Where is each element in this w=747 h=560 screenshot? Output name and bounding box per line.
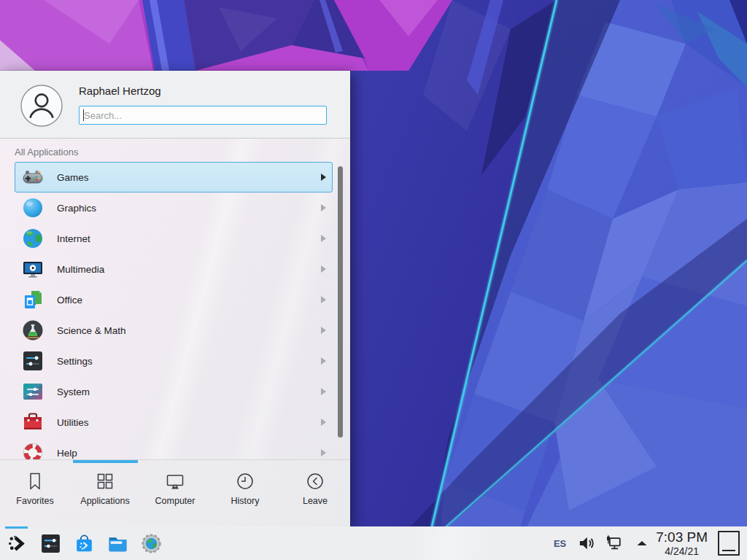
launcher-tab-bar: FavoritesApplicationsComputerHistoryLeav…	[0, 459, 350, 526]
leave-icon	[305, 471, 325, 491]
launcher-header: Raphael Hertzog	[0, 71, 350, 139]
computer-monitor-icon	[165, 471, 185, 491]
clock-date: 4/24/21	[656, 546, 708, 556]
category-graphics[interactable]: Graphics	[15, 192, 333, 223]
chevron-right-icon	[320, 418, 327, 427]
tab-computer[interactable]: Computer	[140, 460, 210, 526]
games-icon	[21, 166, 44, 189]
category-label: Games	[57, 172, 320, 183]
tab-label: Leave	[303, 496, 328, 506]
chevron-right-icon	[320, 387, 327, 396]
science-icon	[21, 319, 44, 342]
category-label: Utilities	[57, 417, 320, 428]
volume-icon[interactable]	[577, 534, 596, 553]
category-science-math[interactable]: Science & Math	[15, 315, 333, 346]
category-label: Office	[57, 295, 320, 306]
favorites-bookmark-icon	[25, 471, 45, 491]
category-label: Help	[57, 448, 320, 459]
application-launcher-menu: Raphael Hertzog All Applications GamesGr…	[0, 71, 350, 526]
chevron-right-icon	[320, 357, 327, 365]
tab-label: History	[231, 496, 260, 506]
text-caret	[83, 109, 84, 121]
category-label: Multimedia	[57, 264, 320, 275]
system-settings-button[interactable]	[38, 526, 63, 560]
network-icon[interactable]	[605, 534, 624, 553]
system-icon	[21, 380, 44, 403]
tab-favorites[interactable]: Favorites	[0, 460, 70, 526]
category-label: Science & Math	[57, 325, 320, 336]
tab-label: Applications	[80, 496, 129, 506]
category-help[interactable]: Help	[15, 438, 333, 459]
graphics-icon	[21, 196, 44, 219]
category-label: System	[57, 386, 320, 397]
chevron-right-icon	[320, 295, 327, 304]
category-multimedia[interactable]: Multimedia	[15, 254, 333, 284]
category-label: Graphics	[57, 203, 320, 214]
utilities-icon	[21, 411, 44, 434]
help-icon	[21, 441, 44, 459]
category-system[interactable]: System	[15, 376, 333, 407]
discover-icon	[73, 532, 96, 555]
chevron-right-icon	[320, 326, 327, 335]
chevron-right-icon	[320, 448, 327, 457]
browser-globe-icon	[140, 532, 163, 555]
search-input[interactable]	[79, 106, 327, 125]
category-utilities[interactable]: Utilities	[15, 407, 333, 438]
tab-label: Computer	[155, 496, 196, 506]
keyboard-layout-badge[interactable]: ES	[554, 538, 566, 549]
clock-time: 7:03 PM	[656, 530, 708, 544]
app-launcher-icon	[6, 532, 28, 555]
section-label: All Applications	[15, 147, 350, 158]
category-label: Settings	[57, 356, 320, 367]
digital-clock[interactable]: 7:03 PM 4/24/21	[656, 530, 708, 556]
show-desktop-button[interactable]	[718, 531, 740, 556]
office-icon	[21, 288, 44, 311]
expand-tray-icon[interactable]	[632, 534, 644, 553]
active-task-indicator	[5, 526, 28, 529]
category-internet[interactable]: Internet	[15, 223, 333, 254]
applications-grid-icon	[95, 471, 115, 491]
category-games[interactable]: Games	[15, 162, 333, 192]
app-launcher-button[interactable]	[4, 526, 29, 560]
browser-button[interactable]	[139, 526, 163, 560]
chevron-right-icon	[320, 234, 327, 243]
tab-label: Favorites	[16, 496, 53, 506]
category-office[interactable]: Office	[15, 284, 333, 315]
chevron-right-icon	[320, 173, 327, 182]
tab-history[interactable]: History	[210, 460, 280, 526]
file-manager-button[interactable]	[105, 526, 130, 560]
chevron-right-icon	[320, 203, 327, 212]
taskbar: ES 7:03 PM 4/24/21	[0, 526, 747, 560]
file-manager-icon	[107, 532, 129, 555]
category-label: Internet	[57, 233, 320, 244]
history-clock-icon	[235, 471, 255, 491]
user-name: Raphael Hertzog	[79, 85, 161, 97]
user-avatar-icon[interactable]	[20, 85, 63, 127]
internet-icon	[21, 227, 44, 250]
system-settings-icon	[39, 532, 62, 555]
scrollbar[interactable]	[338, 166, 343, 438]
launcher-body: All Applications GamesGraphicsInternetMu…	[0, 139, 350, 459]
chevron-right-icon	[320, 265, 327, 273]
category-settings[interactable]: Settings	[15, 346, 333, 376]
discover-button[interactable]	[71, 526, 96, 560]
tab-leave[interactable]: Leave	[280, 460, 350, 526]
settings-icon	[21, 349, 44, 373]
active-tab-indicator	[73, 460, 138, 463]
multimedia-icon	[21, 257, 44, 281]
tab-applications[interactable]: Applications	[70, 460, 140, 526]
